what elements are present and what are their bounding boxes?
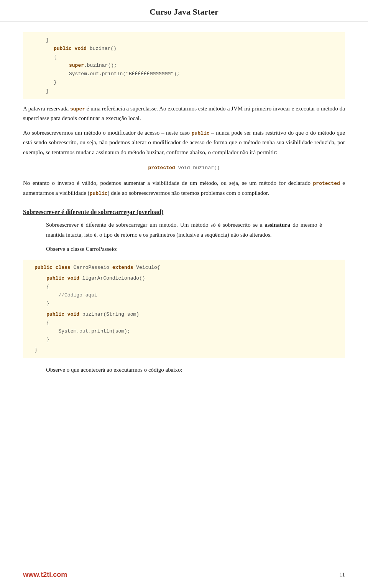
code-block-carropasseio: public class CarroPasseio extends Veicul…	[23, 260, 345, 358]
code-line: }	[54, 78, 334, 87]
paragraph-2: Ao sobreescrevermos um método o modifica…	[23, 128, 345, 158]
code-line-class: public class CarroPasseio extends Veicul…	[34, 264, 334, 272]
code-line: public void buzinar()	[54, 44, 334, 53]
code-line: }	[46, 87, 334, 96]
code-line-method1-sig: public void ligarArCondicionado()	[34, 274, 334, 283]
protected-code-text: protected void buzinar()	[23, 165, 345, 171]
page-footer: www.t2ti.com 11	[0, 571, 368, 579]
keyword-protected-inline: protected	[313, 181, 340, 186]
code-block-top: } public void buzinar() { super.buzinar(…	[23, 32, 345, 99]
keyword-super: super	[70, 106, 85, 112]
code-line-brace1: {	[34, 283, 334, 291]
protected-code-display: protected void buzinar()	[23, 165, 345, 171]
page-title: Curso Java Starter	[0, 7, 368, 17]
code-line-println: System.out.println(som);	[34, 327, 334, 336]
footer-url: www.t2ti.com	[23, 571, 67, 579]
code-line-brace2: }	[34, 300, 334, 308]
code-line-brace4: }	[34, 336, 334, 344]
paragraph-5: Observe a classe CarroPasseio:	[46, 244, 322, 254]
page-header: Curso Java Starter	[0, 0, 368, 21]
code-line-comment: //Código aqui	[34, 291, 334, 300]
code-line-class-close: }	[34, 346, 334, 354]
code-line: {	[54, 53, 334, 61]
keyword-public-inline: public	[192, 130, 210, 136]
paragraph-4: Sobreescrever é diferente de sobrecarreg…	[46, 220, 322, 240]
code-line-brace3: {	[34, 319, 334, 327]
section-heading-overload: Sobreescrever é diferente de sobrecarreg…	[23, 209, 345, 216]
page-content: } public void buzinar() { super.buzinar(…	[0, 21, 368, 402]
code-line: System.out.println("BÈÉÈÉÈÉMMMMMMM");	[69, 70, 334, 78]
paragraph-6: Observe o que acontecerá ao executarmos …	[46, 365, 322, 375]
code-line-method2-sig: public void buzinar(String som)	[34, 310, 334, 319]
code-line: }	[46, 36, 334, 44]
paragraph-3: No entanto o inverso é válido, podemos a…	[23, 178, 345, 198]
paragraph-1: A palavra reservada super é uma referênc…	[23, 104, 345, 124]
footer-page-number: 11	[340, 572, 345, 578]
keyword-public-inline-2: public	[90, 191, 108, 196]
code-line: super.buzinar();	[69, 61, 334, 70]
